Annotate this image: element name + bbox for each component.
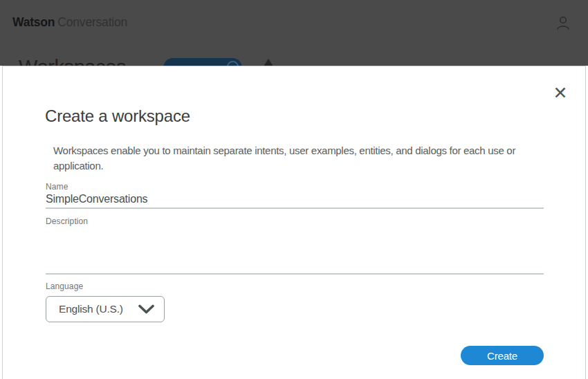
create-button[interactable]: Create: [461, 346, 544, 365]
app-screen: WatsonConversation Workspaces ✕ Create a…: [0, 0, 588, 379]
person-icon: [555, 23, 571, 33]
page-heading-dimmed: Workspaces: [19, 56, 126, 66]
chevron-down-icon: [138, 304, 164, 315]
language-label: Language: [46, 281, 83, 291]
brand-product: Conversation: [57, 15, 127, 29]
modal-intro-text: Workspaces enable you to maintain separa…: [53, 143, 541, 174]
close-button[interactable]: ✕: [548, 80, 573, 105]
description-input[interactable]: [46, 226, 544, 275]
language-dropdown[interactable]: English (U.S.): [46, 296, 165, 322]
account-button[interactable]: [554, 15, 572, 33]
description-label: Description: [46, 216, 88, 226]
name-label: Name: [46, 182, 68, 192]
caret-shape: [262, 59, 275, 66]
create-workspace-modal: ✕ Create a workspace Workspaces enable y…: [2, 66, 586, 379]
name-input[interactable]: [46, 191, 544, 209]
close-icon: ✕: [553, 83, 568, 102]
modal-title: Create a workspace: [45, 107, 190, 126]
dimmed-pill-button: [163, 58, 242, 66]
app-title: WatsonConversation: [12, 15, 127, 30]
circle-icon: [227, 61, 239, 66]
brand-watson: Watson: [12, 15, 55, 29]
app-header: WatsonConversation Workspaces: [0, 0, 588, 66]
language-selected-value: English (U.S.): [46, 303, 138, 315]
